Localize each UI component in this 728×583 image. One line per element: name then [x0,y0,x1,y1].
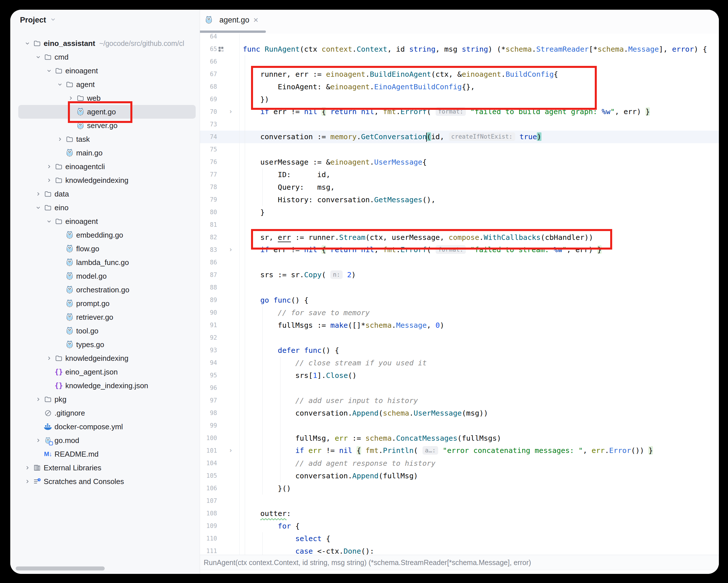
tree-horizontal-scrollbar[interactable] [16,566,105,571]
project-panel-header[interactable]: Project [20,14,56,26]
code-line-101[interactable]: 101› if err != nil { fmt.Println( a…: "e… [200,444,719,457]
code-line-64[interactable]: 64 [200,34,719,43]
tree-item-label: flow.go [76,244,99,253]
chevron-right-icon[interactable] [24,478,30,485]
chevron-down-icon[interactable] [35,205,41,211]
tree-item-types-go[interactable]: types.go [18,338,196,351]
code-line-79[interactable]: 79 History: conversation.GetMessages(), [200,193,719,206]
code-line-86[interactable]: 86 [200,256,719,269]
code-line-110[interactable]: 110 select { [200,532,719,545]
tree-item-prompt-go[interactable]: prompt.go [18,297,196,310]
tree-item-docker-compose-yml[interactable]: docker-compose.yml [18,420,196,433]
tree-item-external-libraries[interactable]: External Libraries [18,461,196,475]
chevron-down-icon[interactable] [46,68,52,74]
gutter-slot [217,457,240,470]
tree-item-task[interactable]: task [18,132,196,146]
code-line-80[interactable]: 80 } [200,206,719,218]
code-line-65[interactable]: 65Idfunc RunAgent(ctx context.Context, i… [200,43,719,55]
folder-icon [65,80,74,89]
code-line-90[interactable]: 90 // for save to memory [200,306,719,319]
tree-item-readme-md[interactable]: M↓README.md [18,447,196,461]
fold-arrow-icon[interactable]: › [230,108,232,115]
tab-close-icon[interactable]: × [253,16,258,24]
code-line-104[interactable]: 104 // add agent response to history [200,457,719,470]
code-line-76[interactable]: 76 userMessage := &einoagent.UserMessage… [200,156,719,168]
tree-item-knowledge-indexing-json[interactable]: {}knowledge_indexing.json [18,379,196,393]
code-editor[interactable]: 6465Idfunc RunAgent(ctx context.Context,… [200,34,719,555]
tree-item-einoagent[interactable]: einoagent [18,64,196,78]
tree-item-lambda-func-go[interactable]: lambda_func.go [18,256,196,269]
tree-item-eino-agent-json[interactable]: {}eino_agent.json [18,365,196,379]
code-line-91[interactable]: 91 fullMsgs := make([]*schema.Message, 0… [200,319,719,332]
code-line-97[interactable]: 97 // add user input to history [200,394,719,407]
tree-item-knowledgeindexing[interactable]: knowledgeindexing [18,174,196,187]
code-line-87[interactable]: 87 srs := sr.Copy( n: 2) [200,269,719,281]
tree-item-scratches-and-consoles[interactable]: Scratches and Consoles [18,475,196,488]
chevron-down-icon[interactable] [57,81,63,87]
code-line-74[interactable]: 74 conversation := memory.GetConversatio… [200,131,719,143]
code-line-95[interactable]: 95 srs[1].Close() [200,369,719,381]
code-line-78[interactable]: 78 Query: msg, [200,181,719,193]
tree-item-main-go[interactable]: main.go [18,146,196,160]
fold-arrow-icon[interactable]: › [230,246,232,253]
code-line-89[interactable]: 89 go func() { [200,294,719,306]
code-line-111[interactable]: 111 case <-ctx.Done(): [200,545,719,555]
code-line-107[interactable]: 107 [200,495,719,507]
code-line-105[interactable]: 105 conversation.Append(fullMsg) [200,470,719,482]
code-line-96[interactable]: 96 [200,381,719,394]
chevron-down-icon[interactable] [35,54,41,60]
chevron-right-icon[interactable] [57,136,63,142]
chevron-right-icon[interactable] [35,396,41,402]
tree-item-orchestration-go[interactable]: orchestration.go [18,283,196,297]
chevron-right-icon[interactable] [24,465,30,471]
chevron-down-icon[interactable] [24,40,30,47]
code-line-77[interactable]: 77 ID: id, [200,168,719,181]
chevron-right-icon[interactable] [46,177,52,183]
tree-item-flow-go[interactable]: flow.go [18,242,196,256]
svg-text:Id: Id [222,49,224,52]
tree-item-einoagentcli[interactable]: einoagentcli [18,160,196,174]
tree-item-pkg[interactable]: pkg [18,393,196,406]
code-vision-icon[interactable]: Id [218,46,226,54]
chevron-right-icon[interactable] [35,437,41,444]
tree-item-einoagent[interactable]: einoagent [18,214,196,228]
line-number: 67 [200,71,217,78]
code-line-92[interactable]: 92 [200,332,719,344]
chevron-right-icon[interactable] [35,191,41,197]
chevron-right-icon[interactable] [46,163,52,170]
tree-item-tool-go[interactable]: tool.go [18,324,196,338]
line-number: 105 [200,472,217,479]
chevron-spacer [57,287,63,293]
chevron-down-icon[interactable] [46,218,52,224]
code-line-88[interactable]: 88 [200,281,719,294]
code-line-100[interactable]: 100 fullMsg, err := schema.ConcatMessage… [200,432,719,444]
tree-item-agent[interactable]: agent [18,78,196,91]
code-line-109[interactable]: 109 for { [200,520,719,532]
code-line-99[interactable]: 99 [200,419,719,432]
code-line-108[interactable]: 108 outter: [200,507,719,520]
code-line-106[interactable]: 106 }() [200,482,719,495]
tab-agent-go[interactable]: agent.go × [205,16,258,25]
tree-item-label: model.go [76,272,107,281]
fold-arrow-icon[interactable]: › [230,447,232,454]
code-line-93[interactable]: 93 defer func() { [200,344,719,356]
gutter-slot [217,55,240,68]
line-number: 88 [200,284,217,291]
code-line-73[interactable]: 73 [200,118,719,131]
tree-item-model-go[interactable]: model.go [18,269,196,283]
tree-item-cmd[interactable]: cmd [18,50,196,64]
tree-item-retriever-go[interactable]: retriever.go [18,310,196,324]
tree-item-eino[interactable]: eino [18,201,196,214]
code-line-98[interactable]: 98 conversation.Append(schema.UserMessag… [200,407,719,419]
code-line-75[interactable]: 75 [200,143,719,156]
chevron-right-icon[interactable] [46,355,52,362]
chevron-right-icon[interactable] [68,95,74,101]
tree-item-embedding-go[interactable]: embedding.go [18,228,196,242]
tree-item-data[interactable]: data [18,187,196,201]
line-number: 104 [200,460,217,467]
tree-item-gitignore[interactable]: .gitignore [18,406,196,420]
tree-item-go-mod[interactable]: go.mod [18,433,196,447]
tree-item-knowledgeindexing[interactable]: knowledgeindexing [18,351,196,365]
tree-item-eino-assistant[interactable]: eino_assistant~/gocode/src/github.com/cl [18,36,196,50]
code-line-94[interactable]: 94 // close stream if you used it [200,356,719,369]
